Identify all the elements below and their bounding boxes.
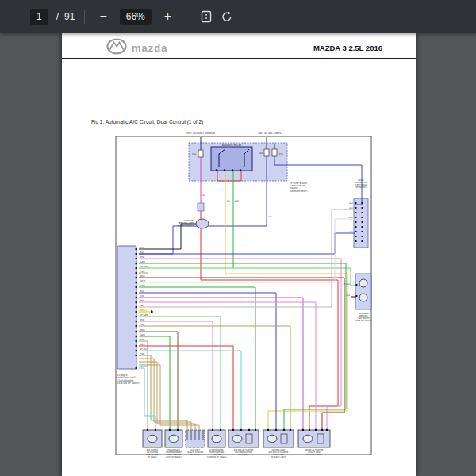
violet-c7 <box>139 298 303 430</box>
blue-module-feed <box>139 156 267 254</box>
module-pin <box>136 311 137 313</box>
relay-wire-label-yel: YEL <box>227 200 231 202</box>
component-pin <box>267 429 269 431</box>
joint-pin <box>355 207 357 209</box>
joint-pin <box>362 202 363 204</box>
component-pin <box>283 429 285 431</box>
component-pin <box>326 429 328 431</box>
relay-pin <box>224 169 225 171</box>
motor-c7 <box>303 435 313 443</box>
module-pin <box>136 321 137 322</box>
module-pin <box>136 316 137 317</box>
power-label-left: HOT IN START OR RUN <box>186 132 215 135</box>
green-c2 <box>139 336 170 430</box>
component-pin <box>255 429 256 431</box>
pot-symbol-c6 <box>281 434 287 443</box>
green-sunload <box>139 268 356 286</box>
component-3-label: A/C UNIT(RIGHT CENTEROF DASH) <box>187 449 204 456</box>
fuse-right-2 <box>272 149 277 156</box>
joint-pin <box>355 202 357 204</box>
fuse-right2-label: 15A <box>279 153 283 155</box>
module-pin-label: LT BLU <box>140 348 148 351</box>
relay-wire-label-blu: BLU <box>269 216 273 218</box>
joint-pin <box>362 217 363 218</box>
relay-switch-line-3 <box>244 149 249 154</box>
sunload-element-1 <box>359 279 367 287</box>
black-ground <box>139 224 196 249</box>
fit-to-page-button[interactable] <box>196 9 217 25</box>
blower-relay-label: BLOWER RELAY <box>222 144 242 147</box>
component-pin <box>302 429 304 431</box>
pink-c4 <box>139 321 213 430</box>
component-pin <box>155 429 156 431</box>
joint-pin <box>362 207 363 209</box>
tan-comb-3 <box>139 362 195 430</box>
module-pin <box>136 277 137 278</box>
red-relay-jumper <box>217 171 241 181</box>
joint-stub-label-4: BLU <box>349 231 353 233</box>
component-pin <box>212 429 213 431</box>
blue-joint-a <box>274 156 362 205</box>
module-pin <box>136 340 137 342</box>
component-3-box <box>186 430 205 447</box>
tan-comb-4 <box>139 365 199 430</box>
relay-switch-line-1 <box>219 149 225 154</box>
red-c5 <box>139 346 233 430</box>
joint-pin <box>355 240 357 242</box>
relay-wire-label-grn: GRN <box>235 200 240 202</box>
component-7-label: MODE ACTUATOR(RIGHT SIDEOF DASH UNIT) <box>305 449 324 456</box>
module-pin-label: BLU <box>140 251 144 254</box>
pink-right <box>139 259 341 430</box>
page-number-input[interactable]: 1 <box>30 9 48 25</box>
component-5-label: AIR MIX ACTUATOR(BEHIND CENTEROF DASH) <box>234 449 254 456</box>
module-pin <box>136 345 137 347</box>
module-pin-label: YEL <box>140 309 144 312</box>
relay-pin <box>232 169 233 171</box>
pdf-page: mazda MAZDA 3 2.5L 2016 Fig 1: Automatic… <box>62 33 416 476</box>
white-joint <box>139 219 355 282</box>
motor-c5 <box>232 435 242 443</box>
maroon-run <box>139 278 344 430</box>
module-pin-label: RED <box>140 275 144 278</box>
module-pin <box>136 282 137 283</box>
module-pin-label: BLU <box>140 290 144 293</box>
tan-c6 <box>139 326 290 430</box>
joint-pin <box>355 236 357 237</box>
module-pin <box>136 367 137 369</box>
module-pin-label: BLK <box>140 247 144 249</box>
component-1-box <box>143 430 162 447</box>
joint-pin <box>362 240 363 242</box>
module-pin-label: WHT <box>140 280 146 282</box>
pointer-arrow <box>151 310 154 313</box>
module-pin-label: GRN <box>140 261 145 263</box>
pot-symbol-c7 <box>317 434 324 443</box>
tan-c1 <box>139 341 148 430</box>
module-pin <box>136 272 137 274</box>
component-4-box <box>208 430 225 447</box>
component-pin <box>290 429 291 431</box>
component-5-box <box>228 430 259 447</box>
joint-pin <box>362 212 363 213</box>
module-pin <box>136 331 137 332</box>
sensor-stub-label-2: BLK <box>346 294 350 297</box>
pdf-toolbar: 1 / 91 − 66% + <box>0 0 476 33</box>
zoom-in-button[interactable]: + <box>159 9 176 25</box>
document-title: MAZDA 3 2.5L 2016 <box>313 44 382 52</box>
red-main <box>201 211 338 430</box>
rotate-button[interactable] <box>217 9 237 25</box>
motor-c1 <box>148 435 157 443</box>
component-pin <box>240 429 242 431</box>
module-pin-label: PNK <box>140 319 145 321</box>
zoom-out-button[interactable]: − <box>94 9 111 25</box>
module-pin <box>136 306 137 308</box>
blue-joint-b <box>139 233 355 254</box>
relay-pin <box>216 169 217 171</box>
brand: mazda <box>106 38 167 58</box>
joint-pin <box>362 231 363 232</box>
module-pin-label: LT GRN <box>140 314 148 317</box>
green-right <box>139 263 346 430</box>
fuse-right1-label: 30A <box>259 152 263 155</box>
module-pin-label: RED <box>140 344 144 346</box>
module-pin <box>136 336 137 337</box>
joint-pin <box>355 217 357 218</box>
